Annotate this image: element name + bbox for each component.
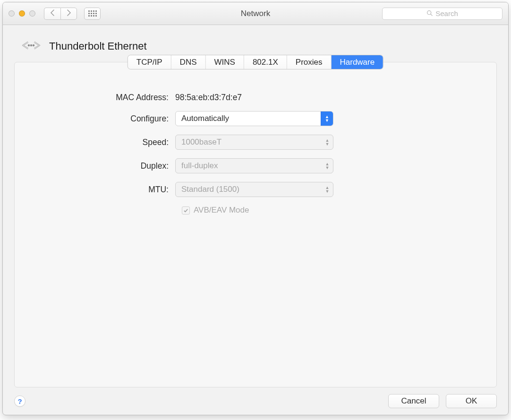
tab-wins[interactable]: WINS [206, 55, 244, 69]
updown-icon: ▲▼ [322, 182, 333, 197]
configure-select[interactable]: Automatically ▲▼ [175, 111, 333, 126]
hardware-form: MAC Address: 98:5a:eb:d3:7d:e7 Configure… [34, 93, 477, 215]
body: Thunderbolt Ethernet TCP/IP DNS WINS 802… [3, 25, 508, 415]
svg-point-3 [30, 44, 32, 46]
checkmark-icon [183, 208, 188, 213]
mtu-label: MTU: [34, 185, 175, 195]
updown-icon: ▲▼ [322, 159, 333, 173]
avb-row: AVB/EAV Mode [182, 206, 477, 215]
mac-address-value: 98:5a:eb:d3:7d:e7 [175, 93, 242, 103]
configure-row: Configure: Automatically ▲▼ [34, 111, 477, 126]
search-placeholder: Search [435, 9, 458, 17]
back-button[interactable] [44, 8, 60, 20]
zoom-window-button[interactable] [29, 10, 35, 17]
updown-icon: ▲▼ [321, 111, 333, 126]
tab-hardware[interactable]: Hardware [331, 55, 383, 69]
svg-point-4 [33, 44, 34, 46]
footer: ? Cancel OK [14, 394, 497, 408]
duplex-value: full-duplex [181, 161, 218, 171]
content-well: TCP/IP DNS WINS 802.1X Proxies Hardware … [14, 62, 497, 387]
configure-value: Automatically [181, 114, 229, 123]
avb-label: AVB/EAV Mode [194, 206, 249, 215]
close-window-button[interactable] [9, 10, 15, 17]
tab-8021x[interactable]: 802.1X [244, 55, 287, 69]
speed-row: Speed: 1000baseT ▲▼ [34, 135, 477, 150]
svg-point-2 [28, 44, 30, 46]
thunderbolt-ethernet-icon [21, 37, 42, 55]
search-icon [426, 9, 433, 17]
tab-tcpip[interactable]: TCP/IP [128, 55, 171, 69]
chevron-left-icon [50, 9, 55, 17]
mtu-value: Standard (1500) [181, 185, 239, 194]
toolbar-nav-group [44, 8, 101, 20]
network-preferences-window: Network Search [2, 2, 509, 415]
chevron-right-icon [66, 9, 71, 17]
window-controls [9, 10, 35, 17]
tab-dns[interactable]: DNS [171, 55, 206, 69]
avb-checkbox [182, 206, 190, 214]
ok-button[interactable]: OK [446, 394, 497, 408]
forward-button[interactable] [60, 8, 77, 20]
help-button[interactable]: ? [14, 395, 26, 407]
tab-proxies[interactable]: Proxies [287, 55, 332, 69]
mtu-row: MTU: Standard (1500) ▲▼ [34, 182, 477, 197]
configure-label: Configure: [34, 114, 175, 124]
speed-select: 1000baseT ▲▼ [175, 135, 333, 150]
duplex-label: Duplex: [34, 161, 175, 171]
apps-grid-icon [88, 10, 97, 17]
search-input[interactable]: Search [382, 8, 502, 20]
titlebar: Network Search [3, 2, 508, 25]
duplex-row: Duplex: full-duplex ▲▼ [34, 158, 477, 173]
speed-value: 1000baseT [181, 137, 221, 147]
mtu-select: Standard (1500) ▲▼ [175, 182, 333, 197]
svg-line-1 [431, 14, 432, 16]
mac-address-label: MAC Address: [34, 93, 175, 103]
updown-icon: ▲▼ [322, 135, 333, 149]
tabs: TCP/IP DNS WINS 802.1X Proxies Hardware [128, 55, 383, 69]
cancel-button[interactable]: Cancel [388, 394, 439, 408]
minimize-window-button[interactable] [19, 10, 25, 17]
duplex-select: full-duplex ▲▼ [175, 158, 333, 173]
show-all-button[interactable] [84, 8, 101, 20]
mac-address-row: MAC Address: 98:5a:eb:d3:7d:e7 [34, 93, 477, 103]
speed-label: Speed: [34, 137, 175, 147]
interface-name: Thunderbolt Ethernet [49, 40, 147, 52]
